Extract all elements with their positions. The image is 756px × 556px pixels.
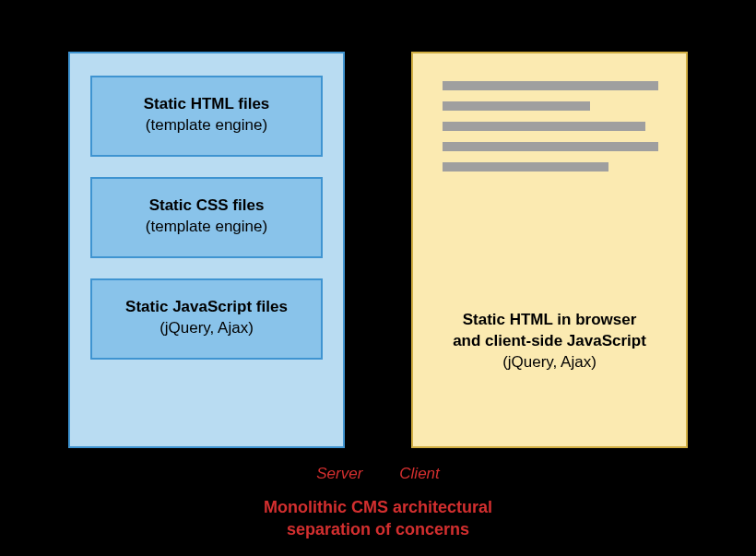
caption-line: Monolithic CMS architectural (0, 496, 756, 518)
file-subtitle: (jQuery, Ajax) (101, 318, 312, 339)
server-panel: Static HTML files (template engine) Stat… (68, 52, 345, 448)
diagram-panels: Static HTML files (template engine) Stat… (0, 0, 756, 448)
client-caption-line: and client-side JavaScript (439, 331, 660, 352)
client-panel: Static HTML in browser and client-side J… (411, 52, 688, 448)
server-file-css: Static CSS files (template engine) (90, 177, 323, 258)
text-line (443, 101, 590, 111)
file-subtitle: (template engine) (101, 115, 312, 136)
text-line (443, 142, 658, 151)
file-subtitle: (template engine) (101, 217, 312, 238)
client-label: Client (399, 465, 439, 483)
label-row: Server Client (0, 465, 756, 483)
file-title: Static HTML files (101, 94, 312, 115)
client-caption-sub: (jQuery, Ajax) (439, 352, 660, 373)
caption-line: separation of concerns (0, 518, 756, 540)
bottom-labels: Server Client Monolithic CMS architectur… (0, 465, 756, 541)
main-caption: Monolithic CMS architectural separation … (0, 496, 756, 541)
client-caption: Static HTML in browser and client-side J… (413, 310, 686, 373)
text-line (443, 122, 645, 131)
server-label: Server (316, 465, 362, 483)
file-title: Static JavaScript files (101, 297, 312, 318)
browser-text-lines (443, 81, 655, 172)
server-file-js: Static JavaScript files (jQuery, Ajax) (90, 278, 323, 360)
client-caption-line: Static HTML in browser (439, 310, 660, 331)
text-line (443, 81, 658, 90)
file-title: Static CSS files (101, 195, 312, 217)
server-file-html: Static HTML files (template engine) (90, 76, 323, 157)
text-line (443, 162, 608, 172)
